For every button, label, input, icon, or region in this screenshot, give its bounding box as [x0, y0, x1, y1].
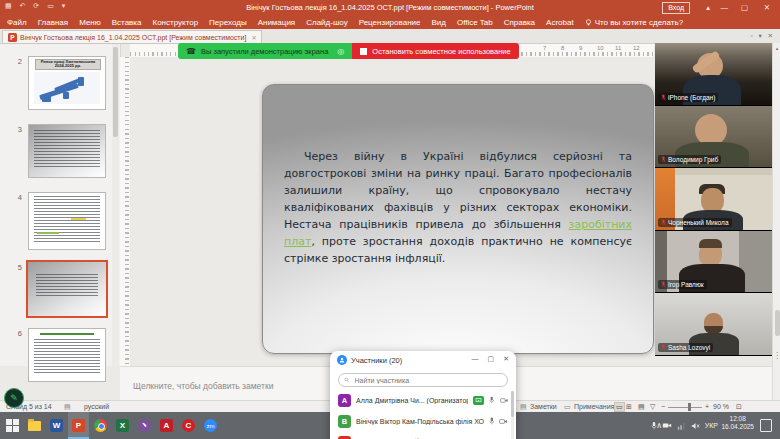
close-icon[interactable]: ✕: [503, 355, 509, 363]
taskbar-excel[interactable]: X: [112, 412, 133, 439]
document-tab[interactable]: P Вінічук Гостьова лекція 16_1.04.2025 О…: [2, 30, 262, 44]
start-button[interactable]: [2, 412, 23, 439]
sharing-screen-icon: [473, 396, 484, 405]
mic-icon[interactable]: [489, 417, 495, 425]
slide-area-scrollbar[interactable]: ▴ ⋮: [772, 43, 780, 400]
tab-acrobat[interactable]: Acrobat: [546, 18, 574, 27]
slide-thumbnail-6[interactable]: [28, 328, 106, 382]
maximize-icon[interactable]: ▢: [488, 355, 495, 363]
current-slide-canvas[interactable]: Через війну в Україні відбулися серйозні…: [262, 84, 654, 354]
language-indicator[interactable]: УКР: [705, 422, 718, 429]
zoom-in-button[interactable]: +: [705, 403, 709, 410]
slide-number: 3: [12, 125, 22, 134]
video-tile[interactable]: Sasha Lozovyi: [655, 293, 772, 356]
tab-file[interactable]: Файл: [7, 18, 27, 27]
slide-number: 6: [12, 329, 22, 338]
tab-menu[interactable]: Меню: [79, 18, 101, 27]
slide-thumbnail-4[interactable]: [28, 192, 106, 250]
tab-review[interactable]: Рецензирование: [359, 18, 421, 27]
participant-name: Чорненький Микола: [668, 219, 729, 226]
video-tile[interactable]: Чорненький Микола: [655, 168, 772, 231]
comments-toggle-icon: ▭: [564, 403, 571, 411]
tab-slideshow[interactable]: Слайд-шоу: [306, 18, 347, 27]
taskbar-comodo[interactable]: C: [178, 412, 199, 439]
participants-list-scrollbar[interactable]: [511, 391, 514, 439]
participant-name: Ігор Равлюк: [668, 281, 704, 288]
tab-close-icon[interactable]: ✕: [251, 34, 256, 41]
tray-mic-icon[interactable]: [651, 421, 657, 430]
tray-camera-icon[interactable]: [662, 422, 672, 429]
proofing-icon[interactable]: ▤: [64, 403, 71, 411]
participant-row[interactable]: Ю: [330, 433, 516, 439]
notes-toggle[interactable]: Заметки: [530, 403, 557, 410]
zoom-out-button[interactable]: −: [661, 403, 665, 410]
share-options-icon[interactable]: ◎: [337, 47, 344, 56]
taskbar-file-explorer[interactable]: [24, 412, 45, 439]
quick-access-toolbar-icons[interactable]: ▦ ↶ ⟳ ▭ ▾: [5, 2, 68, 10]
participant-row[interactable]: В Вінічук Віктор Кам-Подільська філія ХО…: [330, 412, 516, 430]
scrollbar-split-handle[interactable]: ⋮: [773, 351, 780, 360]
fit-slide-button[interactable]: ⊡: [736, 403, 742, 411]
scroll-up-icon[interactable]: ▴: [773, 45, 780, 51]
tab-view[interactable]: Вид: [431, 18, 445, 27]
participant-row[interactable]: А Алла Дмитрівна Чи... (Организатор, я): [330, 391, 516, 409]
language-indicator[interactable]: русский: [84, 403, 109, 410]
zoom-level[interactable]: 90 %: [713, 403, 729, 410]
tab-office-tab[interactable]: Office Tab: [457, 18, 493, 27]
zoom-slider-thumb[interactable]: [688, 403, 691, 411]
tab-transitions[interactable]: Переходы: [209, 18, 247, 27]
camera-icon[interactable]: [499, 418, 508, 425]
taskbar-viber[interactable]: [134, 412, 155, 439]
taskbar-powerpoint-active[interactable]: P: [68, 412, 89, 439]
stop-share-button[interactable]: Остановить совместное использование: [352, 43, 518, 59]
tray-network-icon[interactable]: [677, 422, 686, 430]
search-input[interactable]: [353, 376, 502, 385]
action-center-button[interactable]: [760, 412, 772, 439]
tab-animations[interactable]: Анимация: [258, 18, 296, 27]
view-reading-button[interactable]: ▤: [638, 403, 645, 411]
video-tile[interactable]: Ігор Равлюк: [655, 231, 772, 294]
sign-in-button[interactable]: Вход: [662, 2, 690, 14]
tell-me-box[interactable]: Что вы хотите сделать?: [585, 18, 683, 27]
tab-home[interactable]: Главная: [38, 18, 68, 27]
participant-name: Алла Дмитрівна Чи... (Организатор, я): [356, 397, 468, 404]
slide-thumbnail-2[interactable]: Ринок праці Хмельниччини 2024-2025 рр.: [28, 56, 106, 110]
tray-clock[interactable]: 12:08 16.04.2025: [721, 415, 754, 439]
tab-insert[interactable]: Вставка: [112, 18, 142, 27]
thumbnail-panel-scrollbar[interactable]: [112, 43, 119, 366]
tray-speaker-muted-icon[interactable]: [691, 422, 700, 430]
taskbar-acrobat[interactable]: A: [156, 412, 177, 439]
ribbon-display-options-icon[interactable]: ▴: [706, 3, 710, 12]
slide-thumbnail-5-current[interactable]: [26, 260, 108, 318]
tab-bar-controls[interactable]: ▫ ▾ ✕: [750, 32, 775, 40]
participant-name: Sasha Lozovyi: [668, 344, 710, 351]
comments-toggle[interactable]: Примечания: [574, 403, 614, 410]
tab-design[interactable]: Конструктор: [152, 18, 198, 27]
taskbar-zoom[interactable]: zm: [200, 412, 221, 439]
close-button[interactable]: ✕: [764, 3, 770, 12]
taskbar-chrome[interactable]: [90, 412, 111, 439]
muted-mic-icon: [661, 156, 666, 163]
camera-icon[interactable]: [500, 397, 508, 404]
scrollbar-thumb[interactable]: [775, 310, 780, 336]
mic-icon[interactable]: [489, 396, 494, 404]
view-slideshow-button[interactable]: ▽: [650, 403, 655, 411]
zoom-slider-track[interactable]: [668, 407, 702, 408]
minimize-button[interactable]: —: [721, 3, 729, 12]
view-normal-button[interactable]: ▭: [614, 402, 625, 412]
minimize-icon[interactable]: —: [472, 355, 479, 363]
tab-help[interactable]: Справка: [504, 18, 535, 27]
stop-share-label: Остановить совместное использование: [372, 47, 510, 56]
taskbar-word[interactable]: W: [46, 412, 67, 439]
participant-name-label: Чорненький Микола: [658, 218, 732, 227]
muted-mic-icon: [661, 219, 666, 226]
maximize-button[interactable]: ▢: [741, 3, 748, 12]
annotate-floating-button[interactable]: ✎: [4, 388, 24, 408]
slide-paragraph: Через війну в Україні відбулися серйозні…: [284, 148, 632, 267]
participant-search-box[interactable]: [338, 373, 508, 387]
video-tile[interactable]: Володимир Гриб: [655, 106, 772, 169]
view-sorter-button[interactable]: ⊞: [626, 403, 632, 411]
slide-thumbnail-3[interactable]: [28, 124, 106, 178]
video-tile[interactable]: iPhone (Богдан): [655, 43, 772, 106]
powerpoint-icon: P: [72, 419, 85, 432]
